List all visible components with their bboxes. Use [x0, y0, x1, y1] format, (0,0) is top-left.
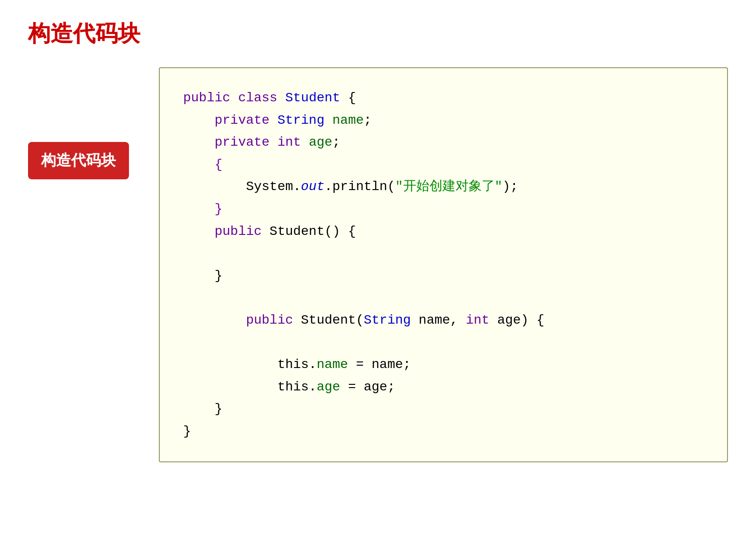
code-line-6: } [183, 198, 704, 220]
code-line-7: public Student() { [183, 220, 704, 243]
code-line-16: } [183, 420, 704, 443]
label-badge: 构造代码块 [28, 142, 129, 179]
code-box: public class Student { private String na… [159, 67, 728, 462]
page-container: 构造代码块 构造代码块 public class Student { priva… [0, 0, 756, 552]
code-line-10 [183, 287, 704, 309]
code-line-8 [183, 242, 704, 265]
code-line-12 [183, 332, 704, 354]
code-line-1: public class Student { [183, 87, 704, 109]
code-line-11: public Student(String name, int age) { [183, 309, 704, 332]
code-line-14: this.age = age; [183, 376, 704, 398]
code-line-2: private String name; [183, 109, 704, 132]
code-line-3: private int age; [183, 131, 704, 154]
code-line-4: { [183, 154, 704, 176]
code-line-13: this.name = name; [183, 354, 704, 376]
code-line-9: } [183, 265, 704, 287]
content-area: 构造代码块 public class Student { private Str… [28, 67, 728, 462]
code-line-5: System.out.println("开始创建对象了"); [183, 176, 704, 198]
code-line-15: } [183, 398, 704, 420]
page-title: 构造代码块 [28, 19, 728, 49]
